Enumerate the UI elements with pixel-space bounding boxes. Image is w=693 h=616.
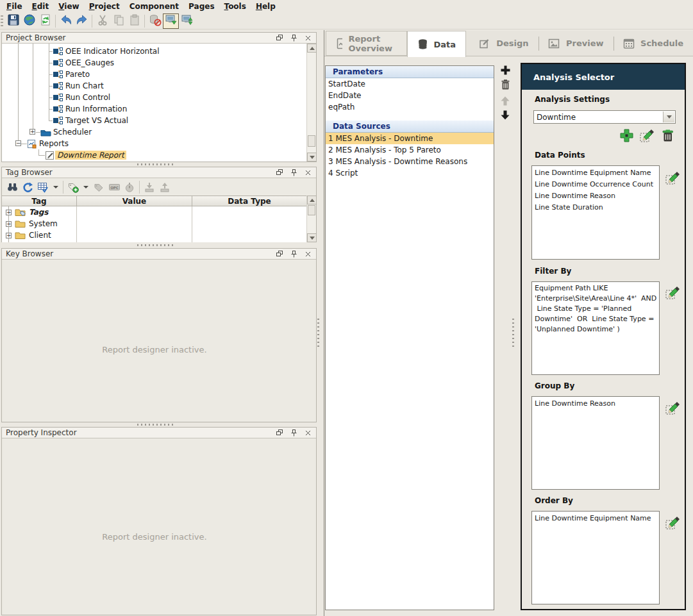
tree-item-pareto[interactable]: Pareto [53,69,92,80]
tree-item-target-vs-actual[interactable]: Target VS Actual [53,115,130,126]
parameter-enddate[interactable]: EndDate [326,90,494,101]
menu-help[interactable]: Help [253,1,283,12]
export-tags-button[interactable] [157,179,172,195]
expand-icon[interactable]: + [6,233,12,238]
tree-item-reports[interactable]: Reports [27,138,71,149]
analysis-settings-dropdown[interactable]: Downtime [533,110,676,124]
add-tag-button[interactable] [65,179,81,195]
close-panel-icon[interactable] [303,34,312,42]
import-tags-button[interactable] [142,179,157,195]
delete-button[interactable] [499,79,511,90]
database-disabled-button[interactable] [147,13,163,29]
float-panel-icon[interactable] [275,429,284,437]
tree-item-scheduler[interactable]: Scheduler [40,126,94,138]
menu-component[interactable]: Component [127,1,186,12]
tag-disabled-button[interactable] [91,179,106,195]
scroll-down-button[interactable] [307,153,316,162]
data-source-mes-downtime[interactable]: 1 MES Analysis - Downtime [326,133,494,144]
data-source-mes-top5-pareto[interactable]: 2 MES Analysis - Top 5 Pareto [326,144,494,156]
tab-design[interactable]: Design [469,31,538,56]
filter-by-box[interactable]: Equipment Path LIKE 'Enterprise\Site\Are… [531,281,660,375]
float-panel-icon[interactable] [275,169,284,176]
toolbar-grip[interactable] [1,15,3,27]
tree-item-run-chart[interactable]: Run Chart [53,80,106,92]
pin-panel-icon[interactable] [289,250,298,258]
undo-button[interactable] [58,13,74,29]
move-down-button[interactable] [499,109,511,121]
panel-splitter[interactable] [137,424,176,426]
tag-table-scrollbar[interactable] [306,196,316,242]
close-panel-icon[interactable] [303,169,312,176]
tree-item-run-control[interactable]: Run Control [53,92,112,103]
menu-file[interactable]: File [4,1,29,12]
tab-schedule[interactable]: Schedule [614,31,693,56]
panel-splitter[interactable] [137,163,176,165]
expand-icon[interactable]: + [29,129,35,135]
data-source-script[interactable]: 4 Script [326,167,494,179]
gateway-sync-button[interactable] [179,13,195,29]
data-analysis-splitter[interactable] [512,319,514,348]
column-header-tag[interactable]: Tag [2,196,77,206]
expand-icon[interactable]: + [6,210,12,215]
move-up-button[interactable] [499,95,511,106]
panel-splitter[interactable] [137,244,176,246]
update-project-button[interactable] [37,13,53,29]
menu-edit[interactable]: Edit [29,1,56,12]
paste-button[interactable] [126,13,142,29]
add-button[interactable] [499,64,511,76]
parameter-startdate[interactable]: StartDate [326,78,494,90]
menu-project[interactable]: Project [87,1,127,12]
menu-tools[interactable]: Tools [222,1,253,12]
opc-browse-button[interactable]: OPC [106,179,122,195]
tree-item-downtime-report[interactable]: Downtime Report [45,149,126,161]
cut-button[interactable] [94,13,110,29]
dock-main-splitter[interactable] [317,319,319,347]
tag-grid-view-button[interactable] [35,179,51,195]
expand-icon[interactable]: + [6,221,12,227]
tag-search-button[interactable] [4,179,20,195]
scroll-down-button[interactable] [307,233,317,242]
scroll-thumb[interactable] [308,135,315,147]
tag-row-client[interactable]: Client [15,229,53,241]
gateway-comm-button[interactable] [163,13,179,29]
column-header-datatype[interactable]: Data Type [192,196,307,206]
column-header-value[interactable]: Value [77,196,192,206]
collapse-icon[interactable]: − [15,140,21,146]
tree-item-run-information[interactable]: Run Information [53,103,129,115]
edit-group-by-button[interactable] [665,401,681,416]
data-source-mes-downtime-reasons[interactable]: 3 MES Analysis - Downtime Reasons [326,156,494,167]
tree-item-oee-indicator-horizontal[interactable]: OEE Indicator Horizontal [53,46,162,57]
group-by-box[interactable]: Line Downtime Reason [531,396,660,490]
dropdown-arrow-icon[interactable] [53,186,58,188]
data-points-box[interactable]: Line Downtime Equipment Name Line Downti… [531,165,660,260]
menu-view[interactable]: View [56,1,86,12]
scroll-thumb[interactable] [308,205,315,215]
scroll-up-button[interactable] [307,44,316,53]
tag-refresh-button[interactable] [20,179,35,195]
order-by-box[interactable]: Line Downtime Equipment Name [531,511,660,604]
tree-item-oee-gauges[interactable]: OEE_Gauges [53,57,116,69]
copy-button[interactable] [110,13,126,29]
tag-row-system[interactable]: System [15,218,60,229]
float-panel-icon[interactable] [275,34,284,42]
close-panel-icon[interactable] [303,250,312,258]
edit-order-by-button[interactable] [665,515,681,531]
dropdown-button[interactable] [663,112,674,122]
save-button[interactable] [5,13,21,29]
add-analysis-button[interactable] [619,128,634,146]
tag-historian-button[interactable] [122,179,137,195]
tab-data[interactable]: Data [407,31,467,57]
close-panel-icon[interactable] [303,429,312,437]
redo-button[interactable] [74,13,90,29]
tab-report-overview[interactable]: Report Overview [326,31,407,56]
pin-panel-icon[interactable] [289,429,298,437]
float-panel-icon[interactable] [275,250,284,258]
pin-panel-icon[interactable] [289,34,298,42]
tag-row-tags[interactable]: Tags [15,206,50,218]
edit-analysis-button[interactable] [640,128,655,146]
edit-filter-button[interactable] [665,285,681,301]
menu-pages[interactable]: Pages [186,1,221,12]
dropdown-arrow-icon[interactable] [83,186,88,188]
scroll-up-button[interactable] [307,196,317,204]
edit-data-points-button[interactable] [665,171,681,186]
